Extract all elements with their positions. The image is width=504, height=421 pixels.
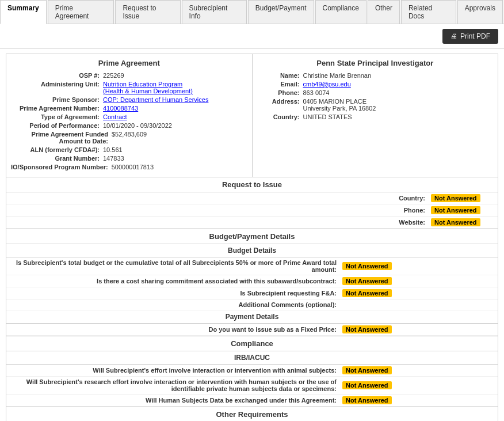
budget-50pct-badge: Not Answered [340,262,409,270]
aln-value: 10.561 [103,146,123,153]
io-value: 500000017813 [112,164,154,170]
rti-country-row: Country: Not Answered [6,192,498,204]
pi-name-value: Christine Marie Brennan [303,72,372,79]
tab-other[interactable]: Other [368,0,400,24]
tab-subrecipient-info[interactable]: Subrecipient Info [182,0,247,24]
period-performance-value: 10/01/2020 - 09/30/2022 [103,122,172,129]
animal-subjects-badge: Not Answered [340,366,409,374]
prime-agreement-number-value[interactable]: 4100088743 [103,105,138,112]
aln-label: ALN (formerly CFDA#): [11,146,103,153]
rti-phone-badge: Not Answered [429,206,498,214]
pi-email-label: Email: [257,81,303,88]
human-subjects-not-answered: Not Answered [342,381,392,389]
irb-sub-header: IRB/IACUC [6,351,498,365]
additional-comments-label: Additional Comments (optional): [6,301,340,308]
human-subjects-row: Will Subrecipient's research effort invo… [6,377,498,395]
animal-subjects-not-answered: Not Answered [342,366,392,374]
toolbar: 🖨 Print PDF [0,24,504,49]
cost-sharing-row: Is there a cost sharing commitment assoc… [6,275,498,287]
pi-email-value[interactable]: cmb49@psu.edu [303,81,351,88]
rti-phone-label: Phone: [6,207,429,214]
tab-approvals[interactable]: Approvals [457,0,503,24]
tab-request-to-issue[interactable]: Request to Issue [115,0,180,24]
request-to-issue-section: Request to Issue Country: Not Answered P… [6,177,498,229]
budget-payment-section: Budget/Payment Details Budget Details Is… [6,229,498,336]
prime-agreement-panel: Prime Agreement OSP #: 225269 Administer… [6,54,253,177]
rti-website-badge: Not Answered [429,218,498,226]
compliance-header: Compliance [6,336,498,351]
animal-subjects-row: Will Subrecipient's effort involve inter… [6,365,498,377]
prime-agreement-header: Prime Agreement [11,59,247,67]
payment-details-sub-header: Payment Details [6,310,498,324]
period-performance-label: Period of Performance: [11,122,103,129]
tab-summary[interactable]: Summary [0,0,47,24]
fixed-price-not-answered: Not Answered [342,325,392,333]
tab-compliance[interactable]: Compliance [315,0,366,24]
prime-sponsor-value[interactable]: COP: Department of Human Services [103,96,208,103]
print-pdf-label: Print PDF [460,32,490,40]
pi-phone-label: Phone: [257,89,303,96]
pi-name-row: Name: Christine Marie Brennan [257,72,494,79]
pi-panel: Penn State Principal Investigator Name: … [253,54,498,177]
prime-sponsor-row: Prime Sponsor: COP: Department of Human … [11,96,247,103]
rti-website-not-answered: Not Answered [431,218,480,226]
fa-label: Is Subrecipient requesting F&A: [6,290,340,297]
pi-address-row: Address: 0405 MARION PLACEUniversity Par… [257,98,494,112]
prime-sponsor-label: Prime Sponsor: [11,96,103,103]
main-content: Prime Agreement OSP #: 225269 Administer… [0,54,504,421]
budget-details-sub-header: Budget Details [6,244,498,257]
prime-agreement-number-label: Prime Agreement Number: [11,105,103,112]
pi-phone-value: 863 0074 [303,89,330,96]
other-requirements-header: Other Requirements [6,407,498,421]
pi-name-label: Name: [257,72,303,79]
type-agreement-label: Type of Agreement: [11,113,103,120]
tab-related-docs[interactable]: Related Docs [401,0,456,24]
pi-address-label: Address: [257,98,303,112]
budget-50pct-label: Is Subrecipient's total budget or the cu… [6,259,340,273]
prime-agreement-number-row: Prime Agreement Number: 4100088743 [11,105,247,112]
printer-icon: 🖨 [450,32,457,40]
human-data-row: Will Human Subjects Data be exchanged un… [6,395,498,407]
funded-amount-label: Prime Agreement Funded Amount to Date: [11,131,112,145]
cost-sharing-not-answered: Not Answered [342,277,392,285]
animal-subjects-label: Will Subrecipient's effort involve inter… [6,367,340,374]
fixed-price-label: Do you want to issue sub as a Fixed Pric… [6,326,340,333]
human-data-not-answered: Not Answered [342,396,392,404]
budget-50pct-not-answered: Not Answered [342,262,392,270]
rti-country-label: Country: [6,195,429,202]
pi-header: Penn State Principal Investigator [257,59,494,67]
budget-50pct-row: Is Subrecipient's total budget or the cu… [6,257,498,275]
rti-country-badge: Not Answered [429,194,498,202]
human-data-label: Will Human Subjects Data be exchanged un… [6,397,340,404]
tab-prime-agreement[interactable]: Prime Agreement [48,0,114,24]
pi-address-value: 0405 MARION PLACEUniversity Park, PA 168… [303,98,376,112]
fa-row: Is Subrecipient requesting F&A: Not Answ… [6,287,498,299]
grant-number-value: 147833 [103,155,124,162]
human-subjects-badge: Not Answered [340,381,409,389]
funded-amount-row: Prime Agreement Funded Amount to Date: $… [11,131,247,145]
admin-unit-label: Administering Unit: [11,81,103,94]
io-label: IO/Sponsored Program Number: [11,164,112,170]
aln-row: ALN (formerly CFDA#): 10.561 [11,146,247,153]
fixed-price-badge: Not Answered [340,325,409,333]
type-agreement-value[interactable]: Contract [103,113,127,120]
compliance-section: Compliance IRB/IACUC Will Subrecipient's… [6,336,498,407]
additional-comments-row: Additional Comments (optional): [6,299,498,310]
rti-country-not-answered: Not Answered [431,194,480,202]
osp-row: OSP #: 225269 [11,72,247,79]
fixed-price-row: Do you want to issue sub as a Fixed Pric… [6,324,498,336]
rti-website-row: Website: Not Answered [6,217,498,229]
other-requirements-section: Other Requirements Reporting Requirement… [6,407,498,421]
fa-badge: Not Answered [340,289,409,297]
admin-unit-row: Administering Unit: Nutrition Education … [11,81,247,94]
pi-country-row: Country: UNITED STATES [257,113,494,120]
print-pdf-button[interactable]: 🖨 Print PDF [442,29,498,44]
admin-unit-value[interactable]: Nutrition Education Program(Health & Hum… [103,81,193,94]
grant-number-label: Grant Number: [11,155,103,162]
rti-phone-row: Phone: Not Answered [6,204,498,217]
rti-phone-not-answered: Not Answered [431,206,480,214]
tab-budget-payment[interactable]: Budget/Payment [248,0,314,24]
pi-phone-row: Phone: 863 0074 [257,89,494,96]
tab-bar: Summary Prime Agreement Request to Issue… [0,0,504,24]
cost-sharing-badge: Not Answered [340,277,409,285]
